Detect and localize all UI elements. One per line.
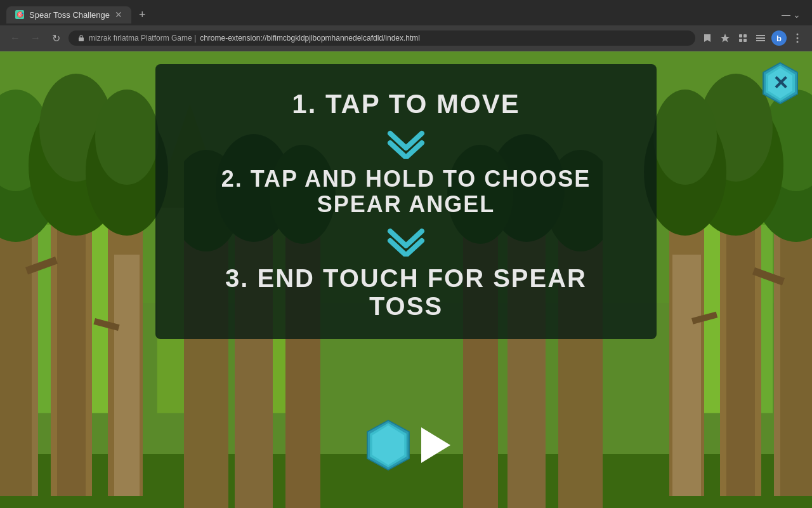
svg-point-50 <box>653 90 717 185</box>
play-hexagon-bg <box>362 401 415 490</box>
profile-button[interactable]: b <box>771 30 787 46</box>
svg-rect-47 <box>672 255 701 496</box>
browser-chrome: 🎯 Spear Toss Challenge ✕ + — ⌄ ← → ↻ miz… <box>0 0 812 51</box>
new-tab-button[interactable]: + <box>135 8 150 22</box>
game-area: 1. TAP TO MOVE 2. TAP AND HOLD TO CHOOSE… <box>0 51 812 508</box>
svg-rect-5 <box>743 39 747 42</box>
address-url: chrome-extension://bifimcbgkldpjlbopmhan… <box>200 34 420 43</box>
menu-button[interactable] <box>790 31 804 45</box>
tab-close-button[interactable]: ✕ <box>115 10 122 19</box>
chevron-1 <box>387 130 425 159</box>
window-chevron-icon: ⌄ <box>793 10 801 20</box>
play-button[interactable] <box>362 401 450 490</box>
svg-point-10 <box>797 37 799 39</box>
active-tab[interactable]: 🎯 Spear Toss Challenge ✕ <box>6 6 131 23</box>
address-bar-row: ← → ↻ mizrak fırlatma Platform Game | ch… <box>0 25 812 51</box>
chevron-2 <box>387 228 425 257</box>
svg-rect-7 <box>756 37 765 39</box>
reload-button[interactable]: ↻ <box>48 32 63 44</box>
svg-rect-6 <box>756 35 765 36</box>
chevron-down-icon-2 <box>387 228 425 257</box>
tab-title: Spear Toss Challenge <box>29 10 110 20</box>
tab-bar: 🎯 Spear Toss Challenge ✕ + — ⌄ <box>0 0 812 25</box>
close-x-icon: ✕ <box>773 74 789 93</box>
browser-actions: b <box>700 30 804 46</box>
svg-rect-4 <box>739 39 742 42</box>
address-prefix: mizrak fırlatma Platform Game | <box>89 34 196 43</box>
bookmark-icon[interactable] <box>700 31 714 45</box>
window-controls: — ⌄ <box>782 10 806 20</box>
chevron-down-icon-1 <box>387 130 425 159</box>
play-button-container[interactable] <box>362 401 450 490</box>
window-minimize-icon: — <box>782 10 790 20</box>
lock-icon <box>77 34 85 42</box>
star-icon[interactable] <box>718 31 732 45</box>
svg-rect-8 <box>756 40 765 41</box>
instruction-step-3: 3. END TOUCH FOR SPEAR TOSS <box>187 264 625 320</box>
extension-icon[interactable] <box>736 31 750 45</box>
play-triangle-icon <box>421 427 450 463</box>
forward-button[interactable]: → <box>28 32 43 44</box>
instruction-step-2: 2. TAP AND HOLD TO CHOOSE SPEAR ANGEL <box>187 166 625 217</box>
svg-marker-1 <box>721 34 730 43</box>
svg-point-11 <box>797 41 799 43</box>
address-bar[interactable]: mizrak fırlatma Platform Game | chrome-e… <box>69 30 695 46</box>
svg-point-9 <box>797 34 799 36</box>
svg-point-36 <box>95 90 159 185</box>
grid-icon[interactable] <box>754 31 768 45</box>
svg-rect-33 <box>114 255 140 496</box>
tab-favicon: 🎯 <box>15 10 24 19</box>
instruction-panel: 1. TAP TO MOVE 2. TAP AND HOLD TO CHOOSE… <box>155 64 657 339</box>
instruction-step-1: 1. TAP TO MOVE <box>292 90 520 119</box>
svg-rect-3 <box>743 34 747 37</box>
back-button[interactable]: ← <box>8 32 23 44</box>
svg-rect-0 <box>79 37 84 41</box>
svg-rect-2 <box>739 34 742 37</box>
close-button[interactable]: ✕ <box>758 61 802 105</box>
